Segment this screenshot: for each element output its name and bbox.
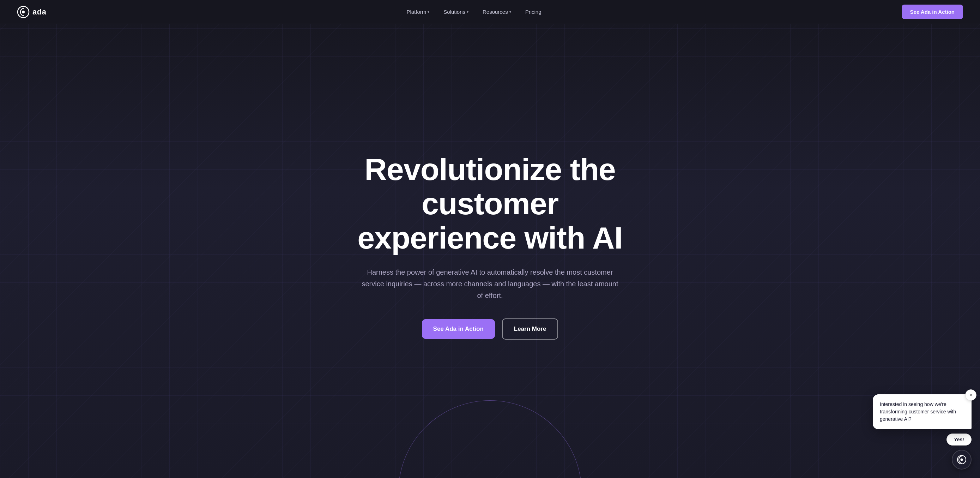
chat-close-button[interactable]: × [965,389,977,401]
navbar: ada Platform ▾ Solutions ▾ Resources ▾ P… [0,0,980,24]
hero-subtitle: Harness the power of generative AI to au… [360,266,620,301]
nav-cta-button[interactable]: See Ada in Action [902,5,963,19]
nav-resources[interactable]: Resources ▾ [477,6,517,18]
hero-orb-shape [398,400,582,478]
solutions-chevron-icon: ▾ [467,10,468,14]
resources-chevron-icon: ▾ [509,10,511,14]
hero-title: Revolutionize the customer experience wi… [331,153,649,255]
nav-links: Platform ▾ Solutions ▾ Resources ▾ Prici… [401,6,547,18]
svg-point-3 [961,459,963,461]
platform-chevron-icon: ▾ [428,10,430,14]
chat-avatar-icon [957,455,967,465]
chat-bubble-text: Interested in seeing how we're transform… [880,401,964,423]
chat-avatar-button[interactable] [952,450,972,470]
hero-cta-primary-button[interactable]: See Ada in Action [422,319,495,339]
nav-pricing[interactable]: Pricing [520,6,547,18]
hero-cta-secondary-button[interactable]: Learn More [502,319,558,339]
chat-yes-button[interactable]: Yes! [947,433,972,446]
chat-bubble: × Interested in seeing how we're transfo… [873,394,972,429]
ada-logo-icon [17,6,30,18]
chat-widget: × Interested in seeing how we're transfo… [873,394,972,470]
hero-content: Revolutionize the customer experience wi… [331,153,649,339]
nav-solutions[interactable]: Solutions ▾ [438,6,474,18]
hero-section: Revolutionize the customer experience wi… [0,0,980,478]
svg-point-1 [22,11,25,13]
nav-platform[interactable]: Platform ▾ [401,6,435,18]
hero-buttons: See Ada in Action Learn More [331,319,649,339]
hero-orb [398,400,582,478]
logo[interactable]: ada [17,6,46,18]
logo-text: ada [32,7,46,17]
